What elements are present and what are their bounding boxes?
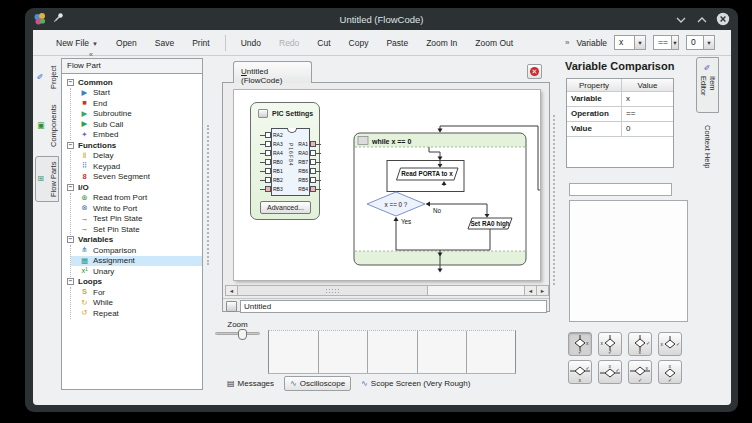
tree-item-seven-segment[interactable]: 8Seven Segment: [71, 172, 202, 183]
sidebar-tab-components[interactable]: ▣ Components: [35, 100, 59, 152]
collapse-icon[interactable]: −: [67, 79, 74, 86]
scroll-right-icon[interactable]: ►: [536, 286, 548, 295]
new-file-button[interactable]: New File▼: [47, 34, 107, 52]
decision-layout-button-8[interactable]: x✓: [658, 360, 682, 384]
table-row-variable[interactable]: Variable x: [567, 92, 673, 107]
collapse-icon[interactable]: −: [67, 184, 74, 191]
canvas-horizontal-scrollbar[interactable]: ◄ ◄ ►: [225, 285, 549, 296]
tab-context-help[interactable]: Context Help: [696, 120, 719, 180]
tree-item-repeat[interactable]: ↺Repeat: [71, 308, 202, 319]
item-editor-preview-box: [569, 200, 688, 322]
tree-item-read-from-port[interactable]: ⊛Read from Port: [71, 193, 202, 204]
table-row-value[interactable]: Value 0: [567, 122, 673, 137]
tree-item-subroutine[interactable]: ▶Subroutine: [71, 109, 202, 120]
tree-group-common[interactable]: − Common: [62, 77, 202, 88]
minimize-icon[interactable]: [674, 12, 688, 26]
while-label: while x == 0: [371, 138, 411, 145]
tree-group-io[interactable]: − I/O: [62, 182, 202, 193]
tree-item-for[interactable]: SFor: [71, 287, 202, 298]
tree-group-functions[interactable]: − Functions: [62, 140, 202, 151]
titlebar[interactable]: Untitled (FlowCode): [25, 8, 738, 30]
tree-item-comparison[interactable]: ⋔Comparison: [71, 245, 202, 256]
tab-scope-screen[interactable]: ∿ Scope Screen (Very Rough): [356, 377, 475, 390]
close-document-button[interactable]: ✕: [527, 64, 542, 79]
tree-item-write-to-port[interactable]: ⊗Write to Port: [71, 203, 202, 214]
scroll-left-icon[interactable]: ◄: [226, 286, 238, 295]
toolbar-overflow-icon[interactable]: »: [565, 38, 569, 47]
maximize-icon[interactable]: [695, 12, 709, 26]
scroll-left-icon[interactable]: ◄: [524, 286, 536, 295]
flowchart-page[interactable]: PIC Settings P16F84 RA2 RA3 RA4 RB0 RB1 …: [233, 89, 541, 281]
tab-oscilloscope[interactable]: ∿ Oscilloscope: [284, 376, 351, 391]
while-loop-flowchart[interactable]: while x == 0 Read PORTA to x: [234, 90, 541, 281]
macro-name-field[interactable]: Untitled: [240, 300, 547, 313]
keypad-icon: ⠿: [79, 162, 90, 170]
zoom-in-button[interactable]: Zoom In: [417, 34, 466, 52]
paste-button[interactable]: Paste: [377, 34, 417, 52]
flowchart-canvas[interactable]: PIC Settings P16F84 RA2 RA3 RA4 RB0 RB1 …: [222, 82, 550, 312]
document-tab[interactable]: Untitled (FlowCode): [233, 61, 312, 83]
new-file-dropdown-icon[interactable]: ▼: [92, 41, 98, 47]
panel-overflow-icon[interactable]: «: [89, 51, 93, 58]
decision-layout-button-5[interactable]: ✓x: [568, 360, 592, 384]
copy-button[interactable]: Copy: [340, 34, 378, 52]
for-loop-icon: S: [79, 288, 90, 296]
macro-checkbox[interactable]: [226, 301, 237, 312]
sidebar-tab-flow-parts[interactable]: ⊞ Flow Parts: [35, 156, 59, 202]
zoom-slider[interactable]: [215, 332, 260, 335]
tab-item-editor[interactable]: ✎ Item Editor: [696, 57, 719, 113]
flow-part-tree: − Common ▶Start ■End ▶Subroutine ▶Sub Ca…: [61, 74, 203, 390]
no-label: No: [433, 207, 442, 214]
zoom-out-button[interactable]: Zoom Out: [466, 34, 522, 52]
while-block-checkbox[interactable]: [358, 137, 368, 145]
print-button[interactable]: Print: [183, 34, 218, 52]
tree-item-start[interactable]: ▶Start: [71, 88, 202, 99]
tree-item-assignment[interactable]: ▦Assignment: [71, 256, 202, 267]
panel-splitter[interactable]: [553, 115, 555, 285]
save-button[interactable]: Save: [146, 34, 183, 52]
svg-text:x: x: [669, 363, 672, 369]
decision-layout-button-3[interactable]: ✓x: [628, 332, 652, 356]
pin-icon[interactable]: [52, 12, 64, 26]
panel-splitter[interactable]: [207, 125, 209, 265]
decision-layout-button-7[interactable]: x✓: [628, 360, 652, 384]
collapse-icon[interactable]: −: [67, 142, 74, 149]
chevron-down-icon[interactable]: ▼: [703, 36, 714, 49]
chevron-down-icon[interactable]: ▼: [671, 36, 678, 49]
item-editor-input[interactable]: [569, 183, 672, 196]
tree-item-end[interactable]: ■End: [71, 98, 202, 109]
tree-item-while[interactable]: ↻While: [71, 298, 202, 309]
chevron-down-icon[interactable]: ▼: [634, 36, 645, 49]
value-combo[interactable]: 0 ▼: [686, 35, 715, 50]
decision-layout-button-6[interactable]: x✓: [598, 360, 622, 384]
collapse-icon[interactable]: −: [67, 236, 74, 243]
tree-item-embed[interactable]: ✦Embed: [71, 130, 202, 141]
tab-messages[interactable]: ▤ Messages: [222, 377, 279, 390]
open-button[interactable]: Open: [107, 34, 146, 52]
tree-item-set-pin-state[interactable]: →Set Pin State: [71, 224, 202, 235]
decision-layout-button-2[interactable]: x✓: [598, 332, 622, 356]
svg-text:✓: ✓: [638, 376, 642, 382]
tree-item-test-pin-state[interactable]: →Test Pin State: [71, 214, 202, 225]
tree-item-sub-call[interactable]: ▶Sub Call: [71, 119, 202, 130]
scrollbar-thumb[interactable]: [238, 286, 428, 295]
tree-group-loops[interactable]: − Loops: [62, 277, 202, 288]
decision-layout-button-4[interactable]: x✓: [658, 332, 682, 356]
table-row-operation[interactable]: Operation ==: [567, 107, 673, 122]
cut-button[interactable]: Cut: [308, 34, 339, 52]
operation-combo[interactable]: == ▼: [653, 35, 679, 50]
close-icon[interactable]: [716, 12, 730, 26]
tree-item-keypad[interactable]: ⠿Keypad: [71, 161, 202, 172]
undo-button[interactable]: Undo: [232, 34, 270, 52]
redo-button[interactable]: Redo: [270, 34, 308, 52]
sidebar-tab-project[interactable]: ✎ Project: [35, 58, 59, 96]
svg-text:✓: ✓: [646, 340, 650, 346]
zoom-slider-thumb[interactable]: [238, 329, 247, 340]
variable-combo[interactable]: x ▼: [614, 35, 646, 50]
tree-item-delay[interactable]: ⅡDelay: [71, 151, 202, 162]
decision-layout-button-1[interactable]: x✓: [568, 332, 592, 356]
collapse-icon[interactable]: −: [67, 278, 74, 285]
svg-text:✓: ✓: [668, 376, 672, 382]
tree-group-variables[interactable]: − Variables: [62, 235, 202, 246]
tree-item-unary[interactable]: x¹Unary: [71, 266, 202, 277]
